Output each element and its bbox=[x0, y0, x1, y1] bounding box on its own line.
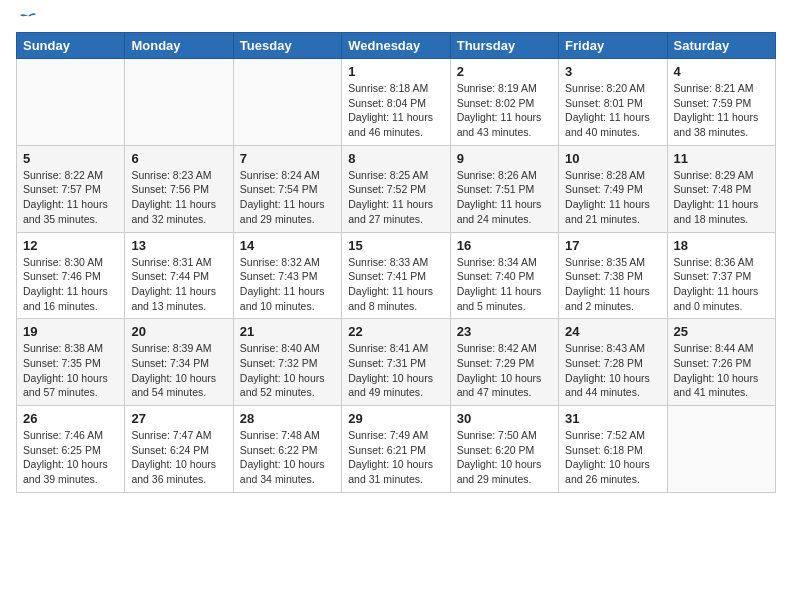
calendar-cell bbox=[17, 59, 125, 146]
day-number: 29 bbox=[348, 411, 443, 426]
day-info: Sunrise: 8:32 AM Sunset: 7:43 PM Dayligh… bbox=[240, 255, 335, 314]
day-info: Sunrise: 8:23 AM Sunset: 7:56 PM Dayligh… bbox=[131, 168, 226, 227]
day-number: 10 bbox=[565, 151, 660, 166]
day-info: Sunrise: 8:42 AM Sunset: 7:29 PM Dayligh… bbox=[457, 341, 552, 400]
calendar-cell: 6Sunrise: 8:23 AM Sunset: 7:56 PM Daylig… bbox=[125, 145, 233, 232]
day-number: 2 bbox=[457, 64, 552, 79]
calendar-week-2: 5Sunrise: 8:22 AM Sunset: 7:57 PM Daylig… bbox=[17, 145, 776, 232]
day-info: Sunrise: 8:44 AM Sunset: 7:26 PM Dayligh… bbox=[674, 341, 769, 400]
day-number: 19 bbox=[23, 324, 118, 339]
calendar-body: 1Sunrise: 8:18 AM Sunset: 8:04 PM Daylig… bbox=[17, 59, 776, 493]
day-number: 28 bbox=[240, 411, 335, 426]
calendar-week-3: 12Sunrise: 8:30 AM Sunset: 7:46 PM Dayli… bbox=[17, 232, 776, 319]
day-info: Sunrise: 8:26 AM Sunset: 7:51 PM Dayligh… bbox=[457, 168, 552, 227]
day-number: 21 bbox=[240, 324, 335, 339]
day-info: Sunrise: 8:41 AM Sunset: 7:31 PM Dayligh… bbox=[348, 341, 443, 400]
calendar-cell: 29Sunrise: 7:49 AM Sunset: 6:21 PM Dayli… bbox=[342, 406, 450, 493]
day-info: Sunrise: 8:21 AM Sunset: 7:59 PM Dayligh… bbox=[674, 81, 769, 140]
calendar-table: SundayMondayTuesdayWednesdayThursdayFrid… bbox=[16, 32, 776, 493]
day-number: 17 bbox=[565, 238, 660, 253]
day-info: Sunrise: 8:28 AM Sunset: 7:49 PM Dayligh… bbox=[565, 168, 660, 227]
weekday-header-wednesday: Wednesday bbox=[342, 33, 450, 59]
day-number: 9 bbox=[457, 151, 552, 166]
day-info: Sunrise: 8:34 AM Sunset: 7:40 PM Dayligh… bbox=[457, 255, 552, 314]
calendar-cell: 16Sunrise: 8:34 AM Sunset: 7:40 PM Dayli… bbox=[450, 232, 558, 319]
day-info: Sunrise: 8:39 AM Sunset: 7:34 PM Dayligh… bbox=[131, 341, 226, 400]
day-number: 24 bbox=[565, 324, 660, 339]
weekday-header-sunday: Sunday bbox=[17, 33, 125, 59]
day-number: 22 bbox=[348, 324, 443, 339]
calendar-cell: 22Sunrise: 8:41 AM Sunset: 7:31 PM Dayli… bbox=[342, 319, 450, 406]
day-number: 11 bbox=[674, 151, 769, 166]
day-info: Sunrise: 8:31 AM Sunset: 7:44 PM Dayligh… bbox=[131, 255, 226, 314]
day-number: 26 bbox=[23, 411, 118, 426]
page-header bbox=[16, 16, 776, 24]
day-info: Sunrise: 8:19 AM Sunset: 8:02 PM Dayligh… bbox=[457, 81, 552, 140]
day-info: Sunrise: 8:18 AM Sunset: 8:04 PM Dayligh… bbox=[348, 81, 443, 140]
calendar-cell: 30Sunrise: 7:50 AM Sunset: 6:20 PM Dayli… bbox=[450, 406, 558, 493]
calendar-cell bbox=[667, 406, 775, 493]
day-number: 20 bbox=[131, 324, 226, 339]
logo bbox=[16, 16, 38, 24]
day-info: Sunrise: 8:43 AM Sunset: 7:28 PM Dayligh… bbox=[565, 341, 660, 400]
calendar-cell: 3Sunrise: 8:20 AM Sunset: 8:01 PM Daylig… bbox=[559, 59, 667, 146]
calendar-week-1: 1Sunrise: 8:18 AM Sunset: 8:04 PM Daylig… bbox=[17, 59, 776, 146]
day-info: Sunrise: 7:47 AM Sunset: 6:24 PM Dayligh… bbox=[131, 428, 226, 487]
calendar-cell: 27Sunrise: 7:47 AM Sunset: 6:24 PM Dayli… bbox=[125, 406, 233, 493]
calendar-cell: 1Sunrise: 8:18 AM Sunset: 8:04 PM Daylig… bbox=[342, 59, 450, 146]
day-info: Sunrise: 8:40 AM Sunset: 7:32 PM Dayligh… bbox=[240, 341, 335, 400]
day-number: 27 bbox=[131, 411, 226, 426]
day-number: 13 bbox=[131, 238, 226, 253]
calendar-cell bbox=[125, 59, 233, 146]
day-number: 3 bbox=[565, 64, 660, 79]
weekday-header-monday: Monday bbox=[125, 33, 233, 59]
day-info: Sunrise: 7:50 AM Sunset: 6:20 PM Dayligh… bbox=[457, 428, 552, 487]
calendar-cell bbox=[233, 59, 341, 146]
day-info: Sunrise: 8:25 AM Sunset: 7:52 PM Dayligh… bbox=[348, 168, 443, 227]
calendar-cell: 31Sunrise: 7:52 AM Sunset: 6:18 PM Dayli… bbox=[559, 406, 667, 493]
calendar-cell: 15Sunrise: 8:33 AM Sunset: 7:41 PM Dayli… bbox=[342, 232, 450, 319]
logo-bird-icon bbox=[18, 12, 38, 28]
calendar-cell: 11Sunrise: 8:29 AM Sunset: 7:48 PM Dayli… bbox=[667, 145, 775, 232]
calendar-cell: 2Sunrise: 8:19 AM Sunset: 8:02 PM Daylig… bbox=[450, 59, 558, 146]
day-info: Sunrise: 8:35 AM Sunset: 7:38 PM Dayligh… bbox=[565, 255, 660, 314]
calendar-cell: 9Sunrise: 8:26 AM Sunset: 7:51 PM Daylig… bbox=[450, 145, 558, 232]
calendar-cell: 18Sunrise: 8:36 AM Sunset: 7:37 PM Dayli… bbox=[667, 232, 775, 319]
weekday-header-tuesday: Tuesday bbox=[233, 33, 341, 59]
calendar-week-4: 19Sunrise: 8:38 AM Sunset: 7:35 PM Dayli… bbox=[17, 319, 776, 406]
calendar-cell: 5Sunrise: 8:22 AM Sunset: 7:57 PM Daylig… bbox=[17, 145, 125, 232]
weekday-header-saturday: Saturday bbox=[667, 33, 775, 59]
day-number: 4 bbox=[674, 64, 769, 79]
calendar-cell: 14Sunrise: 8:32 AM Sunset: 7:43 PM Dayli… bbox=[233, 232, 341, 319]
calendar-cell: 4Sunrise: 8:21 AM Sunset: 7:59 PM Daylig… bbox=[667, 59, 775, 146]
calendar-cell: 25Sunrise: 8:44 AM Sunset: 7:26 PM Dayli… bbox=[667, 319, 775, 406]
calendar-cell: 20Sunrise: 8:39 AM Sunset: 7:34 PM Dayli… bbox=[125, 319, 233, 406]
calendar-cell: 24Sunrise: 8:43 AM Sunset: 7:28 PM Dayli… bbox=[559, 319, 667, 406]
day-info: Sunrise: 8:29 AM Sunset: 7:48 PM Dayligh… bbox=[674, 168, 769, 227]
day-number: 6 bbox=[131, 151, 226, 166]
calendar-cell: 23Sunrise: 8:42 AM Sunset: 7:29 PM Dayli… bbox=[450, 319, 558, 406]
day-number: 30 bbox=[457, 411, 552, 426]
day-number: 8 bbox=[348, 151, 443, 166]
day-info: Sunrise: 7:48 AM Sunset: 6:22 PM Dayligh… bbox=[240, 428, 335, 487]
calendar-header-row: SundayMondayTuesdayWednesdayThursdayFrid… bbox=[17, 33, 776, 59]
day-info: Sunrise: 8:22 AM Sunset: 7:57 PM Dayligh… bbox=[23, 168, 118, 227]
calendar-cell: 26Sunrise: 7:46 AM Sunset: 6:25 PM Dayli… bbox=[17, 406, 125, 493]
day-number: 16 bbox=[457, 238, 552, 253]
day-number: 23 bbox=[457, 324, 552, 339]
day-number: 5 bbox=[23, 151, 118, 166]
day-info: Sunrise: 8:24 AM Sunset: 7:54 PM Dayligh… bbox=[240, 168, 335, 227]
day-number: 18 bbox=[674, 238, 769, 253]
day-info: Sunrise: 8:36 AM Sunset: 7:37 PM Dayligh… bbox=[674, 255, 769, 314]
day-info: Sunrise: 8:38 AM Sunset: 7:35 PM Dayligh… bbox=[23, 341, 118, 400]
day-number: 7 bbox=[240, 151, 335, 166]
calendar-cell: 28Sunrise: 7:48 AM Sunset: 6:22 PM Dayli… bbox=[233, 406, 341, 493]
calendar-cell: 19Sunrise: 8:38 AM Sunset: 7:35 PM Dayli… bbox=[17, 319, 125, 406]
calendar-cell: 8Sunrise: 8:25 AM Sunset: 7:52 PM Daylig… bbox=[342, 145, 450, 232]
day-number: 31 bbox=[565, 411, 660, 426]
day-number: 14 bbox=[240, 238, 335, 253]
day-info: Sunrise: 8:30 AM Sunset: 7:46 PM Dayligh… bbox=[23, 255, 118, 314]
calendar-week-5: 26Sunrise: 7:46 AM Sunset: 6:25 PM Dayli… bbox=[17, 406, 776, 493]
calendar-cell: 10Sunrise: 8:28 AM Sunset: 7:49 PM Dayli… bbox=[559, 145, 667, 232]
weekday-header-friday: Friday bbox=[559, 33, 667, 59]
